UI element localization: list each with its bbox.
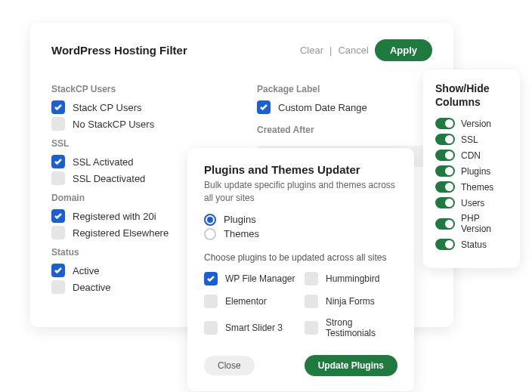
- updater-footer: Close Update Plugins: [204, 355, 397, 376]
- radio-themes[interactable]: Themes: [204, 228, 397, 240]
- group-stackcp-label: StackCP Users: [51, 84, 227, 94]
- checkbox-label: SSL Activated: [73, 156, 133, 168]
- checkbox-label: Stack CP Users: [73, 102, 142, 113]
- group-package-label: Package Label: [257, 84, 432, 94]
- checkbox-label: Registered Elsewhere: [73, 227, 169, 239]
- toggle-themes[interactable]: Themes: [435, 181, 508, 193]
- filter-actions: Clear | Cancel Apply: [300, 39, 432, 61]
- toggle-icon: [435, 239, 455, 250]
- checkbox-icon: [204, 321, 218, 335]
- checkbox-custom-date-range[interactable]: Custom Date Range: [257, 100, 432, 114]
- toggle-icon: [435, 165, 455, 177]
- toggle-ssl[interactable]: SSL: [435, 134, 508, 145]
- plugin-grid: WP File Manager Hummingbird Elementor Ni…: [204, 269, 397, 341]
- checkbox-icon: [51, 226, 65, 239]
- checkbox-label: Hummingbird: [326, 273, 379, 284]
- toggle-label: Users: [461, 198, 484, 208]
- radio-plugins[interactable]: Plugins: [204, 214, 397, 226]
- toggle-cdn[interactable]: CDN: [435, 150, 508, 161]
- toggle-label: SSL: [461, 134, 478, 145]
- radio-icon: [204, 228, 216, 240]
- checkbox-label: Registered with 20i: [73, 211, 156, 222]
- checkbox-ninja-forms[interactable]: Ninja Forms: [305, 295, 397, 308]
- checkbox-icon: [305, 321, 318, 335]
- toggle-version[interactable]: Version: [435, 118, 508, 129]
- checkbox-icon: [51, 209, 65, 223]
- toggle-icon: [435, 150, 455, 161]
- toggle-label: Plugins: [461, 166, 490, 177]
- toggle-icon: [435, 134, 455, 145]
- close-button[interactable]: Close: [204, 356, 255, 375]
- checkbox-label: No StackCP Users: [73, 119, 154, 130]
- updater-subtitle: Bulk update specific plugins and themes …: [204, 179, 397, 205]
- checkbox-icon: [51, 100, 65, 114]
- checkbox-icon: [51, 155, 65, 168]
- checkbox-label: Active: [73, 265, 99, 276]
- toggle-icon: [435, 181, 455, 193]
- checkbox-elementor[interactable]: Elementor: [204, 295, 297, 308]
- columns-title: Show/Hide Columns: [435, 82, 508, 109]
- checkbox-stackcp-users[interactable]: Stack CP Users: [51, 100, 227, 114]
- clear-link[interactable]: Clear: [300, 45, 323, 56]
- checkbox-label: Elementor: [225, 296, 267, 307]
- update-plugins-button[interactable]: Update Plugins: [305, 355, 397, 376]
- toggle-icon: [435, 218, 455, 230]
- checkbox-label: Deactive: [73, 282, 111, 293]
- group-ssl-label: SSL: [51, 138, 227, 149]
- radio-label: Themes: [224, 228, 259, 239]
- filter-title: WordPress Hosting Filter: [51, 44, 187, 57]
- checkbox-icon: [51, 117, 65, 131]
- toggle-users[interactable]: Users: [435, 197, 508, 208]
- filter-header: WordPress Hosting Filter Clear | Cancel …: [51, 39, 432, 61]
- toggle-icon: [435, 118, 455, 129]
- checkbox-icon: [204, 295, 218, 308]
- checkbox-icon: [51, 264, 65, 277]
- checkbox-wp-file-manager[interactable]: WP File Manager: [204, 272, 297, 286]
- apply-button[interactable]: Apply: [375, 39, 432, 61]
- updater-title: Plugins and Themes Updater: [204, 163, 397, 176]
- divider: |: [329, 45, 332, 56]
- checkbox-label: Strong Testimonials: [326, 317, 397, 338]
- toggle-label: Status: [461, 239, 487, 250]
- checkbox-no-stackcp[interactable]: No StackCP Users: [51, 117, 227, 131]
- radio-label: Plugins: [224, 214, 256, 225]
- radio-icon: [204, 214, 216, 226]
- toggle-plugins[interactable]: Plugins: [435, 165, 508, 177]
- checkbox-icon: [51, 171, 65, 185]
- checkbox-icon: [257, 100, 271, 114]
- checkbox-hummingbird[interactable]: Hummingbird: [305, 272, 397, 286]
- checkbox-label: Ninja Forms: [326, 296, 375, 307]
- toggle-status[interactable]: Status: [435, 239, 508, 250]
- checkbox-label: SSL Deactivated: [73, 173, 145, 184]
- updater-panel: Plugins and Themes Updater Bulk update s…: [187, 148, 414, 391]
- group-created-label: Created After: [257, 125, 432, 135]
- checkbox-smart-slider[interactable]: Smart Slider 3: [204, 317, 297, 338]
- toggle-php-version[interactable]: PHP Version: [435, 213, 508, 234]
- columns-panel: Show/Hide Columns Version SSL CDN Plugin…: [423, 69, 520, 268]
- toggle-label: CDN: [461, 150, 481, 161]
- checkbox-label: WP File Manager: [225, 273, 295, 284]
- checkbox-strong-testimonials[interactable]: Strong Testimonials: [305, 317, 397, 338]
- toggle-label: PHP Version: [461, 213, 508, 234]
- checkbox-icon: [305, 295, 318, 308]
- choose-plugins-label: Choose plugins to be updated across all …: [204, 252, 397, 263]
- checkbox-label: Custom Date Range: [278, 102, 367, 113]
- checkbox-icon: [305, 272, 318, 286]
- toggle-label: Version: [461, 119, 491, 129]
- checkbox-icon: [51, 280, 65, 294]
- cancel-link[interactable]: Cancel: [338, 45, 368, 56]
- checkbox-label: Smart Slider 3: [225, 323, 283, 333]
- toggle-icon: [435, 197, 455, 208]
- toggle-label: Themes: [461, 182, 493, 193]
- checkbox-icon: [204, 272, 218, 286]
